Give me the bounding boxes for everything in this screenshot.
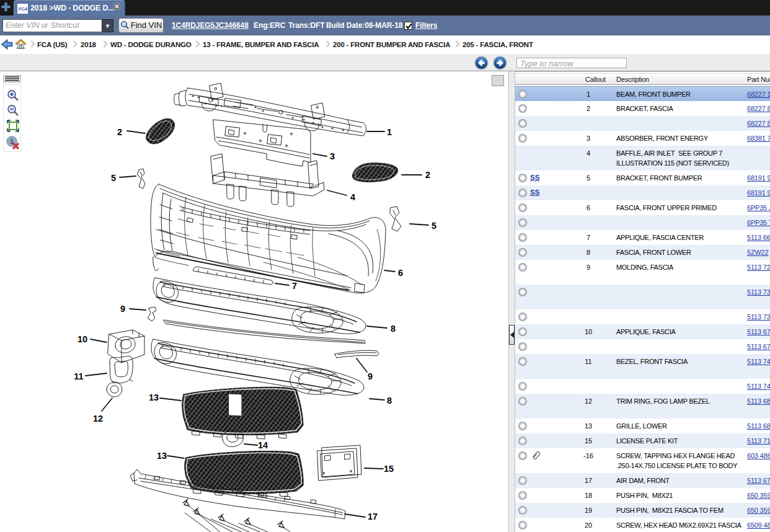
svg-text:1: 1 bbox=[387, 127, 392, 137]
svg-text:12: 12 bbox=[93, 414, 103, 423]
svg-text:14: 14 bbox=[258, 440, 268, 450]
svg-text:13: 13 bbox=[157, 451, 167, 461]
svg-text:7: 7 bbox=[292, 281, 297, 291]
svg-text:13: 13 bbox=[149, 392, 159, 402]
svg-text:8: 8 bbox=[387, 396, 392, 406]
svg-text:6: 6 bbox=[398, 268, 403, 278]
svg-text:FCA: FCA bbox=[19, 7, 27, 11]
svg-text:5: 5 bbox=[111, 173, 116, 183]
svg-text:8: 8 bbox=[391, 324, 396, 334]
svg-text:15: 15 bbox=[384, 464, 394, 474]
svg-text:3: 3 bbox=[330, 151, 335, 161]
svg-text:10: 10 bbox=[77, 334, 87, 344]
svg-text:11: 11 bbox=[74, 371, 83, 381]
svg-text:9: 9 bbox=[120, 304, 125, 314]
svg-text:9: 9 bbox=[368, 371, 373, 381]
svg-text:2: 2 bbox=[117, 127, 122, 137]
svg-text:17: 17 bbox=[368, 512, 378, 521]
svg-text:2: 2 bbox=[425, 170, 430, 180]
svg-text:5: 5 bbox=[431, 221, 436, 231]
svg-text:4: 4 bbox=[350, 192, 355, 202]
